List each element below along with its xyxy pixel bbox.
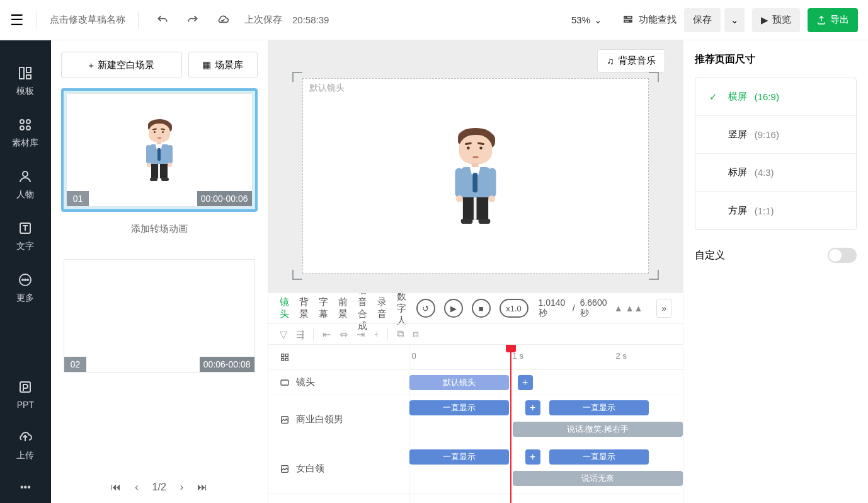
character-on-canvas[interactable] <box>456 127 495 225</box>
svg-rect-17 <box>20 382 30 392</box>
timeline-panel: 镜头 背景 字幕 前景 语音合成 录音 数字人 ↺ ▶ ■ x1.0 1.014… <box>268 292 683 503</box>
sidebar-item-upload[interactable]: 上传 <box>0 420 51 471</box>
scene-card-1[interactable]: 01 00:00-00:06 <box>61 88 258 212</box>
aspect-option-landscape[interactable]: ✓横屏(16:9) <box>695 78 856 116</box>
preview-button[interactable]: ▶预览 <box>752 8 800 32</box>
character-thumb <box>147 119 172 182</box>
pager-first[interactable]: ⏮ <box>111 482 121 493</box>
clip-female-action[interactable]: 说话无奈 <box>513 471 683 486</box>
undo-button[interactable] <box>151 9 174 32</box>
svg-rect-22 <box>281 380 288 385</box>
filter-icon[interactable]: ▽ <box>280 328 287 340</box>
clip-male-2[interactable]: 一直显示 <box>549 400 649 415</box>
expand-timeline-button[interactable]: » <box>656 299 671 318</box>
stop-button[interactable]: ■ <box>472 299 491 318</box>
last-saved-label: 上次保存 <box>244 14 282 26</box>
svg-point-11 <box>23 171 28 176</box>
hierarchy-icon[interactable]: ⇶ <box>296 328 304 340</box>
align-right-icon[interactable]: ⇥ <box>357 328 365 340</box>
add-clip-button[interactable]: + <box>518 375 533 390</box>
distribute-icon[interactable]: ⫞ <box>374 328 379 340</box>
speed-button[interactable]: x1.0 <box>500 299 528 318</box>
clip-male-1[interactable]: 一直显示 <box>409 400 509 415</box>
scene-card-2[interactable]: 02 00:06-00:08 <box>61 257 258 375</box>
pager-prev[interactable]: ‹ <box>135 482 138 493</box>
ruler-tick: 2 s <box>616 351 627 361</box>
svg-point-10 <box>26 126 30 130</box>
timeline-ruler[interactable]: 0 1 s 2 s 3 s 4 s <box>409 345 683 370</box>
hamburger-icon[interactable]: ☰ <box>10 11 24 29</box>
crop-corner-icon <box>292 270 302 280</box>
add-transition-button[interactable]: 添加转场动画 <box>61 223 258 235</box>
sidebar-item-characters[interactable]: 人物 <box>0 159 51 211</box>
search-functions[interactable]: 功能查找 <box>622 14 677 26</box>
canvas-stage[interactable]: 默认镜头 <box>302 78 649 274</box>
scene-pager: ⏮ ‹ 1/2 › ⏭ <box>61 471 258 503</box>
playhead[interactable] <box>510 345 511 503</box>
draft-name[interactable]: 点击修改草稿名称 <box>50 14 125 26</box>
ruler-tick: 0 <box>412 351 416 361</box>
custom-size-label: 自定义 <box>695 249 725 262</box>
save-dropdown[interactable]: ⌄ <box>724 8 745 32</box>
ruler-corner <box>268 345 409 370</box>
track-male[interactable]: 一直显示 + 一直显示 说话.微笑.摊右手 <box>409 395 683 444</box>
clip-female-1[interactable]: 一直显示 <box>409 449 509 465</box>
custom-size-toggle[interactable] <box>828 248 857 263</box>
redo-button[interactable] <box>181 9 204 32</box>
track-label-male[interactable]: 商业白领男 <box>268 395 409 444</box>
panel-title: 推荐页面尺寸 <box>695 53 857 66</box>
svg-point-3 <box>629 20 631 21</box>
add-clip-button[interactable]: + <box>525 449 540 465</box>
scene-number: 02 <box>64 357 87 372</box>
tab-background[interactable]: 背景 <box>299 296 309 320</box>
export-button[interactable]: 导出 <box>808 8 858 32</box>
cloud-save-icon[interactable] <box>212 9 234 32</box>
link-icon[interactable]: ⧉ <box>397 328 404 340</box>
plus-icon: + <box>88 60 94 71</box>
track-label-shot[interactable]: 镜头 <box>268 370 409 395</box>
aspect-option-square[interactable]: 方屏(1:1) <box>695 192 856 229</box>
add-clip-button[interactable]: + <box>525 400 540 415</box>
align-left-icon[interactable]: ⇤ <box>323 328 331 340</box>
crop-corner-icon <box>649 270 659 280</box>
zoom-control[interactable]: 53%⌄ <box>571 14 602 26</box>
scene-library-button[interactable]: ▦场景库 <box>188 52 258 78</box>
clip-male-action[interactable]: 说话.微笑.摊右手 <box>513 422 683 437</box>
sidebar-item-ppt[interactable]: PPT <box>0 369 51 420</box>
ruler-tick: 1 s <box>513 351 523 361</box>
zoom-in-icon[interactable]: ▲▲ <box>625 303 643 313</box>
divider <box>37 11 37 29</box>
default-shot-label: 默认镜头 <box>309 83 345 93</box>
aspect-option-standard[interactable]: 标屏(4:3) <box>695 154 856 192</box>
tab-avatar[interactable]: 数字人 <box>397 292 406 327</box>
scene-number: 01 <box>67 191 89 206</box>
tab-foreground[interactable]: 前景 <box>338 296 348 320</box>
unlink-icon[interactable]: ⧈ <box>413 328 419 340</box>
svg-rect-5 <box>26 67 31 72</box>
tab-subtitle[interactable]: 字幕 <box>319 296 328 320</box>
play-button[interactable]: ▶ <box>444 299 463 318</box>
timeline-current-time: 1.0140 秒 <box>539 298 568 319</box>
clip-default-shot[interactable]: 默认镜头 <box>409 375 509 390</box>
track-female[interactable]: 一直显示 + 一直显示 说话无奈 <box>409 444 683 494</box>
sidebar-item-templates[interactable]: 模板 <box>0 55 51 107</box>
sidebar-item-more[interactable]: 更多 <box>0 262 51 314</box>
tab-shot[interactable]: 镜头 <box>280 296 289 320</box>
track-label-female[interactable]: 女白领 <box>268 444 409 494</box>
align-center-icon[interactable]: ⇔ <box>340 328 348 340</box>
svg-rect-4 <box>20 67 24 79</box>
aspect-option-portrait[interactable]: 竖屏(9:16) <box>695 116 856 154</box>
pager-next[interactable]: › <box>180 482 183 493</box>
new-blank-scene-button[interactable]: +新建空白场景 <box>61 52 182 78</box>
zoom-out-icon[interactable]: ▲ <box>614 303 623 313</box>
save-button[interactable]: 保存 <box>684 8 721 32</box>
svg-rect-20 <box>281 358 283 361</box>
rewind-button[interactable]: ↺ <box>416 299 435 318</box>
sidebar-overflow[interactable]: ••• <box>20 471 31 503</box>
tab-record[interactable]: 录音 <box>377 296 387 320</box>
clip-female-2[interactable]: 一直显示 <box>549 449 649 465</box>
pager-last[interactable]: ⏭ <box>197 482 207 493</box>
sidebar-item-text[interactable]: 文字 <box>0 211 51 262</box>
sidebar-item-assets[interactable]: 素材库 <box>0 107 51 159</box>
track-shot[interactable]: 默认镜头 + <box>409 370 683 395</box>
